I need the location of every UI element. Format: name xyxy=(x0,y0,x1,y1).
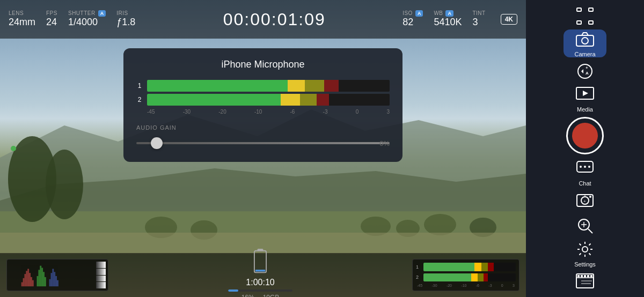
camera-icon xyxy=(575,29,595,49)
storage-progress-bar xyxy=(228,289,292,292)
storage-widget: 1:00:10 16% 19GB xyxy=(228,249,292,297)
iso-badge: A xyxy=(415,10,423,17)
chat-button[interactable]: Chat xyxy=(564,159,606,187)
wb-badge: A xyxy=(445,10,453,17)
lens-label: LENS xyxy=(9,10,24,17)
media-label: Media xyxy=(577,106,593,113)
svg-rect-62 xyxy=(581,275,583,277)
ch1-maroon xyxy=(324,80,339,92)
record-button-outer[interactable] xyxy=(566,117,604,154)
svg-rect-16 xyxy=(27,269,29,286)
hud-shutter: SHUTTER A 1/4000 xyxy=(68,10,106,28)
svg-rect-13 xyxy=(23,278,25,286)
chat-label: Chat xyxy=(579,180,591,187)
screenshot-button[interactable]: + xyxy=(564,189,606,212)
ch2-yellow xyxy=(281,94,300,106)
gain-track xyxy=(136,142,390,144)
settings-button[interactable]: Settings xyxy=(564,240,606,268)
battery-icon xyxy=(253,249,268,276)
hud-iris: IRIS ƒ1.8 xyxy=(116,10,135,28)
mini-meter-scale: -45 -30 -20 -10 -6 -3 0 3 xyxy=(416,284,516,287)
gain-thumb[interactable] xyxy=(151,137,163,149)
iso-label: ISO xyxy=(402,10,413,17)
ch1-label: 1 xyxy=(136,82,143,90)
hud-wb: WB A 5410K xyxy=(434,10,462,28)
ch1-yellow xyxy=(288,80,305,92)
exposure-button[interactable]: + A xyxy=(564,60,606,83)
record-button-inner xyxy=(572,123,598,148)
svg-rect-12 xyxy=(21,282,23,286)
lens-value: 24mm xyxy=(9,17,35,28)
settings-label: Settings xyxy=(574,261,596,268)
svg-rect-24 xyxy=(43,272,45,286)
storage-time: 1:00:10 xyxy=(246,278,274,287)
audio-gain-label: AUDIO GAIN xyxy=(136,124,390,131)
svg-point-41 xyxy=(578,64,592,78)
svg-point-48 xyxy=(584,166,586,168)
gain-value: 0% xyxy=(379,139,390,147)
iris-label: IRIS xyxy=(116,10,128,17)
record-button[interactable] xyxy=(564,117,606,154)
shutter-badge: A xyxy=(98,10,106,17)
svg-rect-23 xyxy=(41,268,43,287)
hud-lens: LENS 24mm xyxy=(9,10,35,28)
svg-rect-15 xyxy=(26,271,27,286)
svg-rect-17 xyxy=(29,273,31,286)
svg-rect-27 xyxy=(51,273,53,286)
svg-point-47 xyxy=(580,166,582,168)
screenshot-icon: + xyxy=(575,191,595,210)
camera-label: Camera xyxy=(574,51,595,57)
svg-rect-31 xyxy=(57,280,58,287)
zoom-button[interactable] xyxy=(564,214,606,237)
svg-rect-35 xyxy=(577,8,581,11)
svg-marker-45 xyxy=(583,91,588,96)
iris-value: ƒ1.8 xyxy=(116,17,135,28)
tint-value: 3 xyxy=(472,17,478,28)
mini-audio-meter: 1 2 -45 -30 -20 xyxy=(412,259,519,291)
svg-rect-38 xyxy=(589,21,593,24)
ch2-dark-yellow xyxy=(300,94,317,106)
hud-bottom-bar: 1:00:10 16% 19GB 1 2 xyxy=(0,253,526,297)
media-button[interactable]: Media xyxy=(564,85,606,113)
histogram-chart xyxy=(9,262,106,288)
hud-tint: TINT 3 xyxy=(472,10,485,28)
svg-rect-61 xyxy=(577,275,580,277)
svg-rect-25 xyxy=(45,277,46,286)
storage-info: 16% 19GB xyxy=(241,294,280,297)
svg-rect-19 xyxy=(32,280,34,287)
storage-bar-fill xyxy=(228,289,238,292)
svg-text:+: + xyxy=(583,199,586,204)
svg-rect-18 xyxy=(31,277,32,286)
svg-rect-65 xyxy=(590,275,592,277)
vu-channel2: 2 xyxy=(136,94,390,106)
shutter-label: SHUTTER xyxy=(68,10,96,17)
hud-fps: FPS 24 xyxy=(46,10,57,28)
svg-point-40 xyxy=(582,38,588,44)
clips-button[interactable] xyxy=(564,270,606,293)
svg-point-49 xyxy=(588,166,590,168)
ch1-green xyxy=(147,80,288,92)
exposure-icon: + A xyxy=(575,62,595,81)
svg-text:+: + xyxy=(586,65,588,70)
iso-value: 82 xyxy=(402,17,413,28)
ch2-green xyxy=(147,94,281,106)
viewfinder-button[interactable] xyxy=(564,4,606,27)
tint-label: TINT xyxy=(472,10,485,17)
camera-button[interactable]: Camera xyxy=(564,29,606,57)
gain-slider-container[interactable]: 0% xyxy=(136,135,390,151)
storage-size: 19GB xyxy=(263,294,280,297)
vu-scale: -45 -30 -20 -10 -6 -3 0 3 xyxy=(136,108,390,116)
svg-point-52 xyxy=(589,196,591,198)
hud-iso: ISO A 82 xyxy=(402,10,423,28)
indicator-dot xyxy=(11,146,16,151)
fps-value: 24 xyxy=(46,17,57,28)
wb-value: 5410K xyxy=(434,17,462,28)
ch2-label: 2 xyxy=(136,96,143,103)
svg-point-9 xyxy=(424,214,456,235)
svg-rect-26 xyxy=(49,279,51,286)
ch1-bar xyxy=(147,80,390,92)
svg-rect-33 xyxy=(254,251,266,273)
vu-meter: 1 2 -45 xyxy=(136,80,390,116)
vu-channel1: 1 xyxy=(136,80,390,92)
media-icon xyxy=(575,85,595,104)
